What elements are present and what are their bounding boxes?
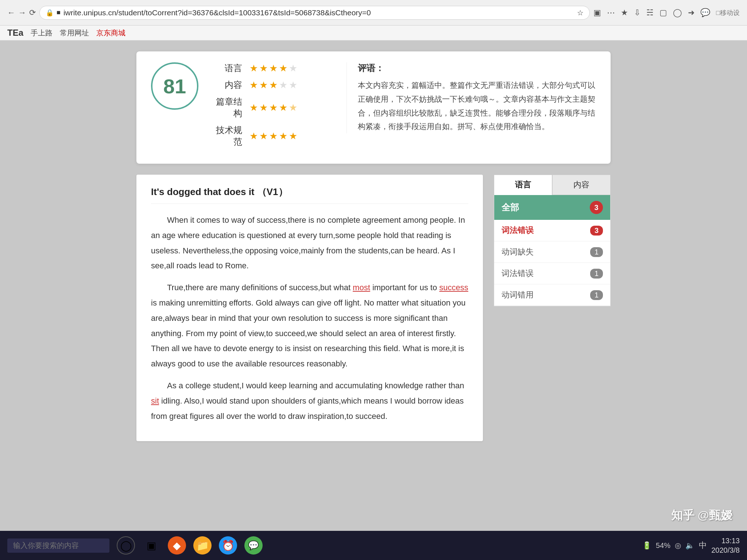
highlight-sit: sit [151,396,159,405]
window-icon[interactable]: ▢ [659,8,667,18]
essay-panel: It's dogged that does it （V1） When it co… [136,175,483,441]
comment-text: 本文内容充实，篇幅适中。整篇作文无严重语法错误，大部分句式可以正确使用，下次不妨… [358,78,596,133]
highlight-success: success [439,283,468,292]
volume-icon: 🔈 [685,541,694,550]
highlight-most: most [353,283,370,292]
grammar-error-label: 词法错误 [502,225,534,236]
comment-section: 评语： 本文内容充实，篇幅适中。整篇作文无严重语法错误，大部分句式可以正确使用，… [347,62,596,133]
score-details: 语言 ★ ★ ★ ★ ★ 内容 ★ ★ ★ ★ ★ [213,62,332,153]
tab-content[interactable]: 内容 [552,175,611,195]
technical-label: 技术规范 [213,124,242,148]
taskbar-firefox-icon[interactable]: ◆ [168,536,186,555]
score-number: 81 [163,74,186,98]
forward-icon[interactable]: → [18,8,26,18]
essay-paragraph-1: When it comes to way of success,there is… [151,213,468,273]
tab-language[interactable]: 语言 [494,175,552,195]
grammar-error-count: 3 [590,226,603,236]
content-label: 内容 [213,79,242,91]
error-list-panel: 全部 3 词法错误 3 动词缺失 1 词法错误 1 动词错用 1 [494,195,611,306]
taskbar-circle-icon[interactable]: ◯ [117,536,135,555]
main-area: 81 语言 ★ ★ ★ ★ ★ 内容 ★ ★ ★ ★ [0,40,747,546]
more-menu-icon[interactable]: ⋯ [607,8,615,18]
essay-container: It's dogged that does it （V1） When it co… [136,175,611,441]
battery-percentage: 54% [656,541,670,550]
word-error-label: 词法错误 [502,268,534,279]
score-row-technical: 技术规范 ★ ★ ★ ★ ★ [213,124,332,148]
essay-paragraph-3: As a college student,I would keep learni… [151,378,468,424]
taskbar-folder-icon[interactable]: 📁 [193,536,212,555]
score-row-structure: 篇章结构 ★ ★ ★ ★ ★ [213,96,332,119]
essay-title: It's dogged that does it （V1） [151,186,468,204]
error-sub-verb-missing[interactable]: 动词缺失 1 [494,241,610,263]
word-error-count: 1 [590,269,603,279]
star-icon[interactable]: ★ [621,8,628,18]
error-sub-verb-misuse[interactable]: 动词错用 1 [494,284,610,306]
score-row-content: 内容 ★ ★ ★ ★ ★ [213,79,332,91]
bookmarks-bar: TEa 手上路 常用网址 京东商城 [0,26,747,40]
comment-title: 评语： [358,62,596,74]
technical-stars: ★ ★ ★ ★ ★ [249,131,297,142]
browser-toolbar: ▣ ⋯ ★ ⇩ ☵ ▢ ◯ ➜ 💬 □移动设 [593,8,740,18]
language-indicator: 中 [699,540,707,551]
language-stars: ★ ★ ★ ★ ★ [249,63,297,74]
essay-paragraph-2: True,there are many definitions of succe… [151,280,468,372]
structure-label: 篇章结构 [213,96,242,119]
error-all-label: 全部 [502,202,519,213]
network-icon: ◎ [675,541,681,550]
verb-missing-count: 1 [590,247,603,257]
mobile-label: □移动设 [716,8,740,17]
language-label: 语言 [213,62,242,74]
score-card: 81 语言 ★ ★ ★ ★ ★ 内容 ★ ★ ★ ★ [136,51,611,164]
error-sub-word-error[interactable]: 词法错误 1 [494,263,610,284]
date-display: 2020/3/8 [711,545,740,555]
score-row-language: 语言 ★ ★ ★ ★ ★ [213,62,332,74]
error-category-grammar[interactable]: 词法错误 3 [494,220,610,241]
bookmark-changyong[interactable]: 常用网址 [60,28,89,38]
error-all-count: 3 [590,201,603,214]
score-circle: 81 [151,62,198,110]
lock-icon: 🔒 [46,9,54,17]
content-stars: ★ ★ ★ ★ ★ [249,79,297,91]
extensions-icon[interactable]: ▣ [593,8,601,18]
share-icon[interactable]: ➜ [688,8,694,18]
error-all-row[interactable]: 全部 3 [494,195,610,220]
structure-stars: ★ ★ ★ ★ ★ [249,102,297,113]
taskbar: ◯ ▣ ◆ 📁 ⏰ 💬 🔋 54% ◎ 🔈 中 13:13 2020/3/8 [0,531,747,560]
back-icon[interactable]: ← [7,8,15,18]
address-bar[interactable]: 🔒 ■ iwrite.unipus.cn/student/toCorrent?i… [39,6,590,20]
tab-row: 语言 内容 [494,175,611,195]
bookmark-jd[interactable]: 京东商城 [96,28,125,38]
bookmark-shoushanlu[interactable]: 手上路 [31,28,53,38]
essay-body: When it comes to way of success,there is… [151,213,468,424]
bookmark-star-icon[interactable]: ☆ [577,8,584,17]
feedback-icon[interactable]: 💬 [700,8,710,18]
taskbar-search-input[interactable] [7,538,109,553]
time-display: 13:13 [711,536,740,545]
verb-misuse-label: 动词错用 [502,289,534,300]
url-text: iwrite.unipus.cn/student/toCorrent?id=36… [63,8,371,17]
tea-label: TEa [7,28,23,38]
verb-missing-label: 动词缺失 [502,246,534,257]
collections-icon[interactable]: ☵ [646,8,654,18]
verb-misuse-count: 1 [590,290,603,300]
refresh-icon[interactable]: ⟳ [29,8,36,18]
taskbar-multiwindow-icon[interactable]: ▣ [142,536,160,555]
battery-icon: 🔋 [642,541,651,550]
system-time: 13:13 2020/3/8 [711,536,740,555]
right-error-panel: 语言 内容 全部 3 词法错误 3 动词缺失 1 词法错误 1 [494,175,611,441]
profile-icon[interactable]: ◯ [673,8,682,18]
taskbar-clock-icon[interactable]: ⏰ [219,536,237,555]
watermark: 知乎 @甄嫒 [671,508,732,524]
browser-chrome: ← → ⟳ 🔒 ■ iwrite.unipus.cn/student/toCor… [0,0,747,26]
taskbar-system-tray: 🔋 54% ◎ 🔈 中 13:13 2020/3/8 [642,536,740,555]
download-icon[interactable]: ⇩ [634,8,640,18]
taskbar-wechat-icon[interactable]: 💬 [244,536,263,555]
favicon: ■ [57,9,61,16]
